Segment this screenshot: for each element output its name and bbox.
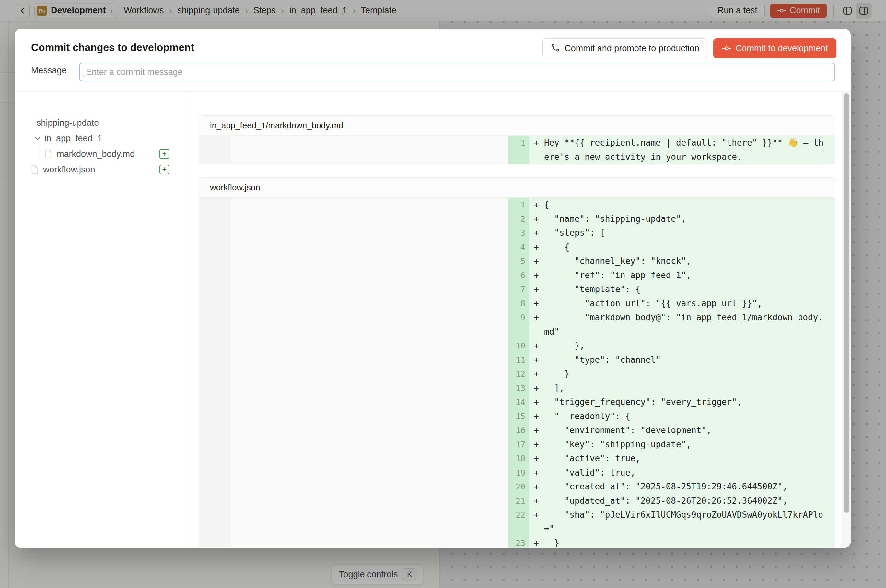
diff-line: 15 + "__readonly": { [199, 410, 835, 424]
new-line-number: 18 [508, 452, 529, 466]
diff-plus-sign: + [529, 198, 544, 212]
diff-plus-sign: + [529, 136, 544, 150]
old-line-content [231, 367, 508, 381]
added-line: + "active": true, [529, 452, 835, 466]
code-text: "action_url": "{{ vars.app_url }}", [544, 297, 825, 311]
old-line-content [231, 410, 508, 424]
code-text: }, [544, 339, 825, 353]
code-text: "updated_at": "2025-08-26T20:26:52.36400… [544, 494, 825, 508]
code-text: Hey **{{ recipient.name | default: "ther… [544, 136, 825, 164]
code-text: "sha": "pJeLVir6xIlUCMGqs9qroZoUAVDSwA0y… [544, 508, 825, 536]
old-line-content [231, 240, 508, 255]
added-line: + "valid": true, [529, 466, 835, 480]
code-text: "environment": "development", [544, 423, 825, 438]
diff-plus-sign: + [529, 536, 544, 548]
diff-line: 23 + } [199, 536, 835, 548]
modal-actions: Commit and promote to production Commit … [543, 38, 837, 58]
commit-icon [722, 44, 732, 53]
chevron-down-icon [33, 134, 42, 142]
code-text: { [544, 240, 825, 255]
diff-plus-sign: + [529, 367, 544, 381]
tree-file-workflow-json[interactable]: workflow.json [31, 162, 95, 177]
new-line-number: 3 [508, 226, 529, 240]
diff-viewer: in_app_feed_1/markdown_body.md 1 + Hey *… [186, 92, 851, 548]
new-line-number: 4 [508, 240, 529, 255]
code-text: "name": "shipping-update", [544, 212, 825, 226]
old-line-content [231, 381, 508, 396]
diff-plus-sign: + [529, 212, 544, 226]
stage-file-button-workflow-json[interactable]: + [159, 165, 169, 174]
added-line: + "sha": "pJeLVir6xIlUCMGqs9qroZoUAVDSwA… [529, 508, 835, 536]
diff-line: 8 + "action_url": "{{ vars.app_url }}", [199, 297, 835, 311]
old-line-content [231, 254, 508, 268]
new-line-number: 16 [508, 423, 529, 438]
new-line-number: 9 [508, 310, 529, 339]
added-line: + "created_at": "2025-08-25T19:29:46.644… [529, 480, 835, 494]
code-text: "__readonly": { [544, 410, 825, 424]
diff-line: 12 + } [199, 367, 835, 381]
diff-line: 6 + "ref": "in_app_feed_1", [199, 268, 835, 283]
code-text: "template": { [544, 282, 825, 297]
diff-line: 2 + "name": "shipping-update", [199, 212, 835, 226]
diff-plus-sign: + [529, 438, 544, 452]
old-line-gutter [199, 282, 231, 297]
old-line-content [231, 339, 508, 353]
modal-scrollbar-thumb[interactable] [844, 93, 849, 513]
old-line-gutter [199, 508, 231, 536]
old-line-gutter [199, 297, 231, 311]
modal-header: Commit changes to development Commit and… [15, 29, 851, 92]
added-line: + "trigger_frequency": "every_trigger", [529, 395, 835, 410]
modal-title: Commit changes to development [31, 42, 194, 54]
diff-plus-sign: + [529, 395, 544, 410]
diff-line: 1 + Hey **{{ recipient.name | default: "… [199, 136, 835, 164]
modal-scrollbar-track [842, 92, 851, 548]
code-text: "ref": "in_app_feed_1", [544, 268, 825, 283]
old-line-gutter [199, 212, 231, 226]
stage-file-button-markdown[interactable]: + [159, 149, 169, 159]
new-line-number: 6 [508, 268, 529, 283]
commit-and-promote-button[interactable]: Commit and promote to production [543, 38, 708, 58]
added-line: + "action_url": "{{ vars.app_url }}", [529, 297, 835, 311]
new-line-number: 5 [508, 254, 529, 268]
diff-line: 7 + "template": { [199, 282, 835, 297]
old-line-content [231, 226, 508, 240]
old-line-gutter [199, 240, 231, 255]
commit-changes-modal: Commit changes to development Commit and… [15, 29, 851, 548]
commit-to-development-button[interactable]: Commit to development [713, 38, 837, 58]
text-caret [84, 67, 84, 77]
old-line-gutter [199, 536, 231, 548]
code-text: "valid": true, [544, 466, 825, 480]
diff-plus-sign: + [529, 480, 544, 494]
new-line-number: 1 [508, 136, 529, 164]
old-line-content [231, 452, 508, 466]
old-line-content [231, 136, 508, 164]
diff-plus-sign: + [529, 410, 544, 424]
diff-plus-sign: + [529, 226, 544, 240]
added-line: + "markdown_body@": "in_app_feed_1/markd… [529, 310, 835, 339]
old-line-gutter [199, 254, 231, 268]
new-line-number: 7 [508, 282, 529, 297]
new-line-number: 1 [508, 198, 529, 212]
diff-line: 21 + "updated_at": "2025-08-26T20:26:52.… [199, 494, 835, 508]
added-line: + Hey **{{ recipient.name | default: "th… [529, 136, 835, 164]
file-icon [31, 165, 39, 174]
diff-plus-sign: + [529, 310, 544, 325]
diff-line: 5 + "channel_key": "knock", [199, 254, 835, 268]
diff-line: 17 + "key": "shipping-update", [199, 438, 835, 452]
diff-lines: 1 + { 2 + [199, 198, 835, 548]
old-line-gutter [199, 339, 231, 353]
tree-file-markdown-body[interactable]: markdown_body.md [44, 146, 135, 162]
tree-folder-step[interactable]: in_app_feed_1 [33, 130, 102, 146]
diff-plus-sign: + [529, 494, 544, 508]
old-line-content [231, 536, 508, 548]
file-icon [44, 149, 52, 159]
added-line: + "key": "shipping-update", [529, 438, 835, 452]
diff-lines: 1 + Hey **{{ recipient.name | default: "… [199, 136, 835, 164]
new-line-number: 23 [508, 536, 529, 548]
tree-root-workflow[interactable]: shipping-update [37, 115, 99, 130]
code-text: "steps": [ [544, 226, 825, 240]
new-line-number: 15 [508, 410, 529, 424]
diff-line: 20 + "created_at": "2025-08-25T19:29:46.… [199, 480, 835, 494]
diff-plus-sign: + [529, 508, 544, 522]
commit-message-input[interactable] [79, 63, 835, 81]
